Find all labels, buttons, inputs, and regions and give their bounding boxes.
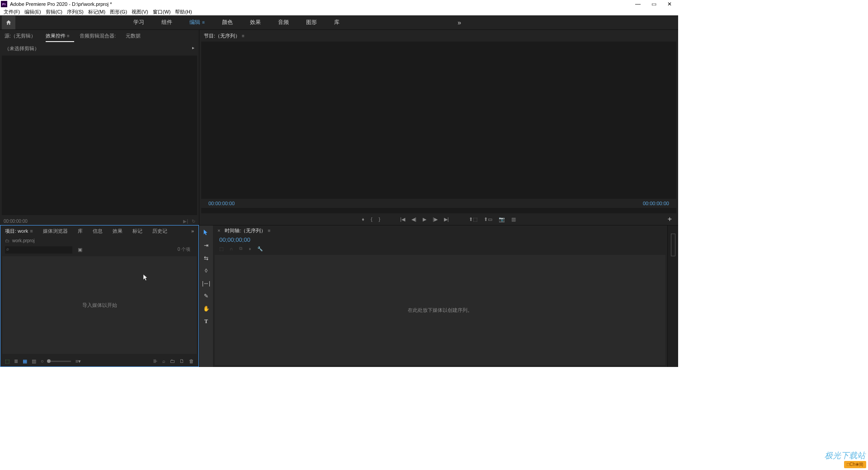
- hand-tool[interactable]: ✋: [201, 304, 211, 313]
- menu-sequence[interactable]: 序列(S): [67, 9, 84, 15]
- tab-program[interactable]: 节目:（无序列）≡: [204, 33, 245, 39]
- project-search-input[interactable]: [5, 246, 72, 254]
- tab-effect-controls[interactable]: 效果控件≡: [46, 33, 70, 39]
- new-bin-icon[interactable]: 🗀: [170, 358, 175, 364]
- new-item-icon[interactable]: 🗋: [179, 358, 184, 364]
- go-to-in-icon[interactable]: |◀: [400, 216, 405, 222]
- tab-media-browser[interactable]: 媒体浏览器: [43, 228, 68, 235]
- lift-icon[interactable]: ⬆⬚: [469, 216, 477, 222]
- bin-icon: 🗀: [5, 238, 9, 243]
- tab-project[interactable]: 项目: work≡: [5, 228, 33, 235]
- export-frame-icon[interactable]: 📷: [499, 216, 505, 222]
- automate-to-sequence-icon[interactable]: ⊪: [153, 358, 158, 364]
- program-panel-tabs: 节目:（无序列）≡: [199, 30, 678, 42]
- workspace-libraries[interactable]: 库: [333, 17, 340, 28]
- menu-help[interactable]: 帮助(H): [175, 9, 192, 15]
- workspace-color[interactable]: 颜色: [221, 17, 234, 28]
- menu-edit[interactable]: 编辑(E): [24, 9, 41, 15]
- snap-icon[interactable]: ∩: [230, 246, 233, 251]
- program-timecode-left[interactable]: 00:00:00:00: [208, 201, 235, 206]
- workspace-graphics[interactable]: 图形: [305, 17, 318, 28]
- project-file-name: work.prproj: [12, 238, 34, 243]
- audio-meter[interactable]: [671, 234, 675, 256]
- no-clip-label: （未选择剪辑）: [5, 45, 39, 52]
- pen-tool[interactable]: ✎: [201, 291, 211, 301]
- ripple-edit-tool[interactable]: ⇆: [201, 254, 211, 263]
- freeform-view-icon[interactable]: ▥: [32, 358, 36, 364]
- tab-timeline[interactable]: 时间轴:（无序列）≡: [225, 227, 270, 234]
- sort-icon[interactable]: ≡▾: [75, 358, 81, 364]
- left-column: 源:（无剪辑） 效果控件≡ 音频剪辑混合器: 元数据 （未选择剪辑） ▸ 00:…: [0, 30, 199, 367]
- clear-icon[interactable]: 🗑: [189, 358, 194, 364]
- tab-source[interactable]: 源:（无剪辑）: [5, 33, 36, 39]
- workspace-assembly[interactable]: 组件: [160, 17, 173, 28]
- list-view-icon[interactable]: ≣: [14, 358, 18, 364]
- workspace-editing[interactable]: 编辑: [189, 17, 206, 28]
- chevron-right-icon[interactable]: ▸: [192, 45, 194, 52]
- new-search-bin-icon[interactable]: ▣: [78, 247, 82, 253]
- timeline-timecode[interactable]: 00;00;00;00: [213, 235, 667, 244]
- loop-icon[interactable]: ↻: [192, 219, 195, 224]
- close-button[interactable]: ✕: [667, 1, 672, 7]
- button-editor-icon[interactable]: +: [668, 215, 672, 223]
- program-timecode-right: 00:00:00:00: [643, 201, 669, 206]
- go-to-out-icon[interactable]: ▶|: [444, 216, 449, 222]
- extract-icon[interactable]: ⬆▭: [484, 216, 492, 222]
- menu-file[interactable]: 文件(F): [4, 9, 20, 15]
- find-icon[interactable]: ⌕: [162, 358, 165, 364]
- minimize-button[interactable]: —: [635, 1, 641, 7]
- menu-clip[interactable]: 剪辑(C): [46, 9, 62, 15]
- workspace-tabs: 学习 组件 编辑 颜色 效果 音频 图形 库: [132, 17, 340, 28]
- project-panel-tabs: 项目: work≡ 媒体浏览器 库 信息 效果 标记 历史记 »: [0, 226, 198, 236]
- menu-markers[interactable]: 标记(M): [88, 9, 106, 15]
- comparison-view-icon[interactable]: ▥: [511, 216, 516, 222]
- tab-markers[interactable]: 标记: [132, 228, 142, 235]
- workspace-learn[interactable]: 学习: [132, 17, 145, 28]
- workspace-overflow[interactable]: »: [458, 19, 461, 26]
- zoom-slider[interactable]: [48, 361, 71, 362]
- project-tabs-overflow[interactable]: »: [191, 228, 194, 234]
- home-button[interactable]: [2, 16, 15, 29]
- timeline-settings-icon[interactable]: 🔧: [257, 246, 263, 251]
- icon-view-icon[interactable]: ▦: [23, 358, 27, 364]
- project-search-row: ⌕ ▣ 0 个项: [0, 244, 198, 254]
- linked-selection-icon[interactable]: ⧉: [239, 246, 242, 251]
- effect-controls-header: （未选择剪辑） ▸: [0, 42, 199, 56]
- app-body: 源:（无剪辑） 效果控件≡ 音频剪辑混合器: 元数据 （未选择剪辑） ▸ 00:…: [0, 30, 678, 367]
- menu-graphics[interactable]: 图形(G): [110, 9, 127, 15]
- step-back-icon[interactable]: ◀|: [411, 216, 416, 222]
- tab-info[interactable]: 信息: [93, 228, 103, 235]
- play-only-icon[interactable]: ▶|: [183, 219, 188, 224]
- play-icon[interactable]: ▶: [423, 216, 426, 222]
- type-tool[interactable]: T: [201, 317, 211, 326]
- add-marker-timeline-icon[interactable]: ♦: [249, 246, 251, 251]
- title-bar: Pr Adobe Premiere Pro 2020 - D:\pr\work.…: [0, 0, 678, 8]
- workspace-audio[interactable]: 音频: [277, 17, 290, 28]
- step-forward-icon[interactable]: |▶: [433, 216, 438, 222]
- insert-overwrite-icon[interactable]: ⬚: [219, 246, 223, 251]
- timeline-body[interactable]: 在此处放下媒体以创建序列。: [215, 255, 665, 365]
- zoom-slider-knob[interactable]: ○: [41, 358, 44, 364]
- project-writable-icon[interactable]: ⬚: [5, 358, 9, 364]
- tab-history[interactable]: 历史记: [152, 228, 167, 235]
- slip-tool[interactable]: |↔|: [201, 279, 211, 288]
- mark-out-icon[interactable]: }: [379, 216, 381, 222]
- menu-view[interactable]: 视图(V): [132, 9, 148, 15]
- tab-libraries[interactable]: 库: [78, 228, 83, 235]
- razor-tool[interactable]: ◊: [201, 266, 211, 275]
- program-scrub-bar[interactable]: [201, 208, 676, 213]
- timeline-option-row: ⬚ ∩ ⧉ ♦ 🔧: [213, 244, 667, 253]
- project-body[interactable]: 导入媒体以开始: [2, 256, 197, 354]
- track-select-tool[interactable]: ⇥: [201, 241, 211, 250]
- tab-effects[interactable]: 效果: [113, 228, 123, 235]
- menu-window[interactable]: 窗口(W): [153, 9, 171, 15]
- source-timecode: 00:00:00:00: [4, 219, 28, 224]
- add-marker-icon[interactable]: ♦: [362, 216, 364, 222]
- tab-audio-clip-mixer[interactable]: 音频剪辑混合器:: [80, 33, 116, 39]
- selection-tool[interactable]: [201, 228, 211, 237]
- mark-in-icon[interactable]: {: [371, 216, 373, 222]
- timeline-tab-close[interactable]: ×: [217, 228, 220, 233]
- maximize-button[interactable]: ▭: [651, 1, 656, 7]
- workspace-effects[interactable]: 效果: [249, 17, 262, 28]
- tab-metadata[interactable]: 元数据: [126, 33, 141, 39]
